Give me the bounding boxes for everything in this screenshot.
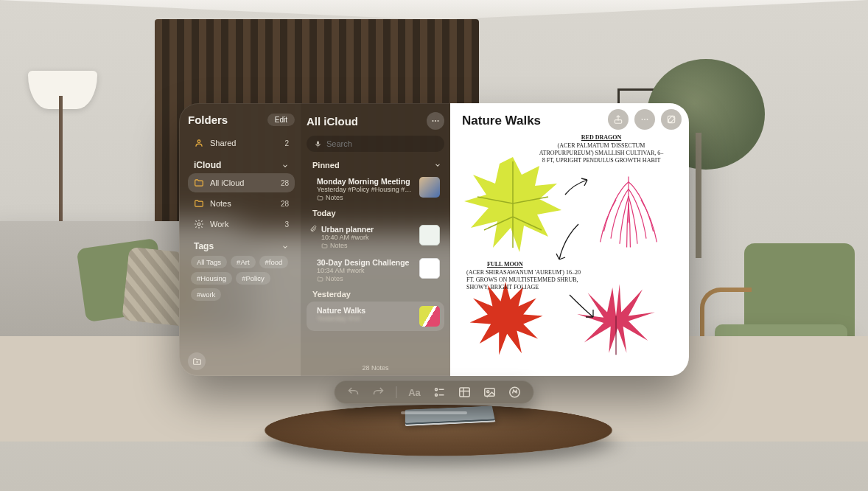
- svg-point-3: [435, 120, 436, 122]
- svg-point-12: [435, 394, 438, 396]
- leaf-drawing: [458, 150, 568, 261]
- formatting-toolbar: Aa: [335, 380, 534, 404]
- sidebar: Folders Edit Shared 2 iCloud All iCloud …: [179, 103, 301, 376]
- undo-button[interactable]: [346, 385, 361, 400]
- detail-actions: [608, 109, 682, 130]
- sidebar-item-label: Notes: [210, 199, 231, 208]
- folder-icon: [317, 195, 323, 201]
- more-button[interactable]: [634, 109, 655, 130]
- search-input[interactable]: [326, 139, 437, 148]
- notes-count: 28 Notes: [301, 364, 450, 372]
- note-thumbnail: [419, 258, 440, 279]
- sidebar-item-label: All iCloud: [210, 178, 244, 187]
- section-label: iCloud: [194, 160, 221, 170]
- new-folder-button[interactable]: [188, 352, 206, 370]
- notes-list: All iCloud Pinned Monday Morning Meeting…: [301, 103, 450, 376]
- note-detail: Nature Walks: [450, 103, 689, 376]
- table-button[interactable]: [458, 385, 472, 400]
- tag-chip[interactable]: All Tags: [191, 256, 227, 268]
- group-today[interactable]: Today: [312, 209, 441, 217]
- edit-button[interactable]: Edit: [267, 114, 295, 126]
- arrow-drawing: [564, 177, 589, 199]
- mic-icon: [314, 140, 322, 148]
- note-title: 30-Day Design Challenge: [317, 258, 413, 267]
- note-title: Monday Morning Meeting: [317, 177, 413, 186]
- svg-point-15: [487, 391, 489, 393]
- share-button[interactable]: [608, 109, 629, 130]
- text-style-button[interactable]: Aa: [407, 385, 422, 400]
- svg-rect-13: [460, 388, 470, 397]
- sidebar-item-count: 28: [281, 200, 289, 208]
- sidebar-item-label: Work: [210, 220, 228, 229]
- separator: [396, 386, 397, 398]
- note-item[interactable]: 30-Day Design Challenge 10:34 AM #work N…: [307, 254, 444, 287]
- leaf-label: RED DRAGON (ACER PALMATUM 'DISSECTUM ATR…: [539, 134, 664, 164]
- note-title: Urban planner: [321, 225, 413, 234]
- note-item[interactable]: Urban planner 10:40 AM #work Notes: [307, 220, 444, 254]
- svg-point-0: [197, 140, 200, 143]
- sidebar-item-label: Shared: [210, 139, 236, 147]
- svg-rect-5: [317, 141, 319, 144]
- note-folder: Notes: [317, 275, 413, 282]
- sidebar-item-shared[interactable]: Shared 2: [188, 133, 295, 153]
- section-label: Tags: [194, 241, 214, 251]
- chevron-down-icon: [281, 161, 289, 169]
- tag-chip[interactable]: #Art: [231, 256, 255, 268]
- tag-chip[interactable]: #Housing: [191, 272, 232, 285]
- markup-button[interactable]: [508, 385, 522, 400]
- sidebar-item-count: 3: [284, 220, 289, 229]
- tag-chip[interactable]: #food: [259, 256, 289, 268]
- svg-point-1: [197, 223, 200, 226]
- sidebar-section-tags[interactable]: Tags: [194, 241, 289, 251]
- media-button[interactable]: [483, 385, 497, 400]
- note-subtitle: Yesterday #Art: [317, 315, 413, 322]
- note-folder: Notes: [321, 242, 413, 249]
- folder-icon: [321, 243, 328, 249]
- list-more-button[interactable]: [427, 112, 444, 130]
- arrow-drawing: [553, 221, 583, 265]
- group-label: Pinned: [312, 161, 340, 170]
- arrow-drawing: [567, 292, 596, 321]
- redo-button[interactable]: [371, 385, 386, 400]
- note-canvas[interactable]: RED DRAGON (ACER PALMATUM 'DISSECTUM ATR…: [462, 131, 677, 352]
- tag-chip[interactable]: #work: [191, 288, 221, 301]
- svg-point-9: [647, 119, 648, 120]
- folder-icon: [317, 276, 323, 282]
- note-item[interactable]: Monday Morning Meeting Yesterday #Policy…: [307, 173, 444, 206]
- folder-icon: [194, 178, 204, 188]
- note-item-selected[interactable]: Nature Walks Yesterday #Art: [307, 302, 444, 331]
- tags-container: All Tags #Art #food #Housing #Policy #wo…: [188, 254, 295, 302]
- note-folder: Notes: [317, 194, 413, 201]
- compose-button[interactable]: [661, 109, 682, 130]
- note-subtitle: Yesterday #Policy #Housing #…: [317, 186, 413, 193]
- chevron-down-icon: [434, 161, 441, 169]
- checklist-button[interactable]: [433, 385, 447, 400]
- gear-icon: [194, 219, 204, 229]
- shared-icon: [194, 138, 204, 148]
- home-indicator[interactable]: [401, 411, 467, 414]
- search-field[interactable]: [307, 136, 444, 152]
- group-label: Yesterday: [312, 290, 351, 299]
- chevron-down-icon: [281, 243, 289, 250]
- sidebar-section-icloud[interactable]: iCloud: [194, 160, 289, 170]
- svg-point-2: [433, 120, 434, 122]
- svg-point-11: [435, 389, 438, 391]
- leaf-drawing: [584, 170, 673, 258]
- group-label: Today: [312, 209, 336, 217]
- svg-point-4: [438, 120, 439, 122]
- group-pinned[interactable]: Pinned: [312, 161, 441, 170]
- note-title: Nature Walks: [317, 306, 413, 315]
- leaf-label: FULL MOON (ACER SHIRASAWANUM 'AUREUM') 1…: [466, 261, 584, 291]
- note-subtitle: 10:40 AM #work: [321, 234, 413, 241]
- attachment-icon: [309, 225, 317, 232]
- sidebar-item-notes[interactable]: Notes 28: [188, 194, 295, 213]
- tag-chip[interactable]: #Policy: [236, 272, 270, 285]
- sidebar-item-all-icloud[interactable]: All iCloud 28: [188, 173, 295, 192]
- folder-icon: [194, 198, 204, 209]
- notes-app-window: Folders Edit Shared 2 iCloud All iCloud …: [179, 103, 689, 376]
- note-subtitle: 10:34 AM #work: [317, 267, 413, 274]
- sidebar-item-work[interactable]: Work 3: [188, 215, 295, 234]
- group-yesterday[interactable]: Yesterday: [312, 290, 441, 299]
- note-thumbnail: [419, 306, 440, 327]
- sidebar-item-count: 2: [284, 139, 289, 147]
